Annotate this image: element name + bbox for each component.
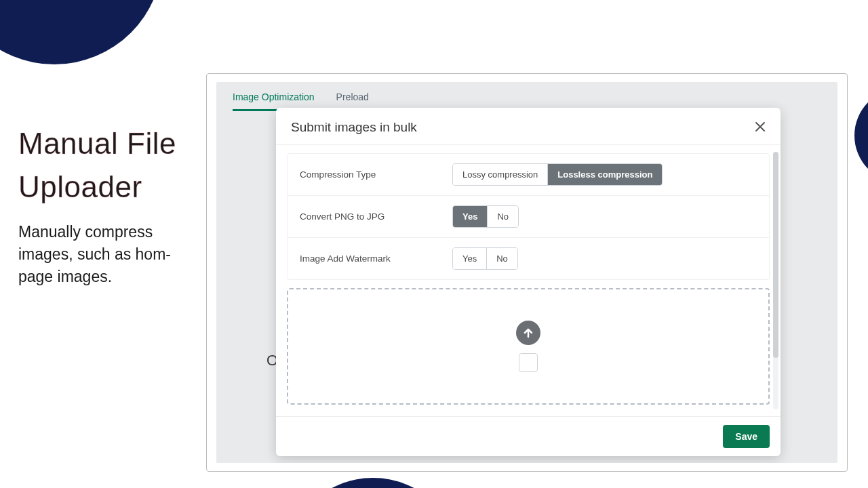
modal-body: Compression Type Lossy compression Lossl…: [276, 145, 781, 416]
convert-png-yes-button[interactable]: Yes: [453, 206, 487, 227]
side-subtitle: Manually compress images, such as hom-pa…: [18, 221, 201, 289]
upload-dropzone[interactable]: [287, 288, 770, 405]
tab-bar: Image Optimization Preload: [216, 82, 837, 111]
app-frame: Image Optimization Preload O Submit imag…: [206, 73, 848, 472]
modal-scrollbar-thumb[interactable]: [773, 152, 778, 358]
row-compression-type: Compression Type Lossy compression Lossl…: [288, 154, 769, 196]
convert-png-label: Convert PNG to JPG: [300, 211, 452, 222]
convert-png-no-button[interactable]: No: [487, 206, 518, 227]
decor-circle-right: [854, 88, 868, 183]
compression-lossy-button[interactable]: Lossy compression: [453, 164, 547, 185]
compression-lossless-button[interactable]: Lossless compression: [547, 164, 662, 185]
compression-type-segment: Lossy compression Lossless compression: [452, 163, 663, 186]
upload-placeholder-box: [519, 353, 538, 372]
compression-type-label: Compression Type: [300, 169, 452, 180]
convert-png-segment: Yes No: [452, 205, 519, 228]
decor-circle-top-left: [0, 0, 163, 64]
row-watermark: Image Add Watermark Yes No: [288, 238, 769, 279]
save-button[interactable]: Save: [723, 425, 770, 448]
row-convert-png: Convert PNG to JPG Yes No: [288, 196, 769, 238]
modal-header: Submit images in bulk: [276, 108, 781, 145]
decor-circle-bottom: [285, 478, 461, 488]
close-icon[interactable]: [755, 121, 766, 134]
watermark-segment: Yes No: [452, 247, 518, 270]
side-title-line1: Manual File: [18, 127, 176, 160]
side-title: Manual File Uploader: [18, 122, 201, 209]
watermark-no-button[interactable]: No: [486, 248, 517, 269]
watermark-yes-button[interactable]: Yes: [453, 248, 486, 269]
bulk-submit-modal: Submit images in bulk Compression Type L…: [276, 108, 781, 456]
upload-arrow-icon: [516, 321, 540, 345]
options-card: Compression Type Lossy compression Lossl…: [287, 153, 770, 280]
watermark-label: Image Add Watermark: [300, 253, 452, 264]
modal-title: Submit images in bulk: [291, 120, 417, 135]
side-title-line2: Uploader: [18, 170, 142, 203]
marketing-copy: Manual File Uploader Manually compress i…: [18, 122, 201, 289]
modal-footer: Save: [276, 416, 781, 456]
app-background: Image Optimization Preload O Submit imag…: [216, 82, 837, 463]
modal-scrollbar[interactable]: [773, 152, 778, 409]
